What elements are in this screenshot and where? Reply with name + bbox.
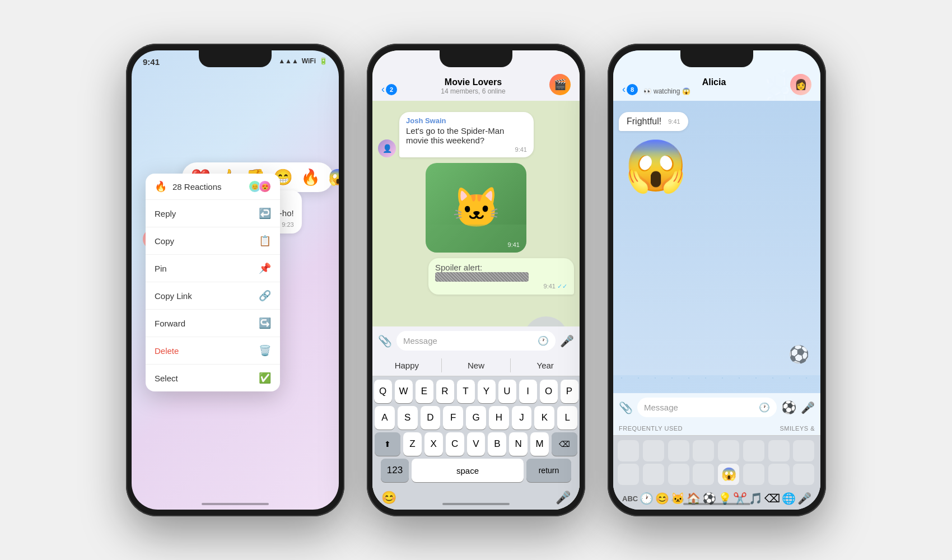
voice-icon-2[interactable]: 🎤: [560, 334, 574, 348]
key-f[interactable]: F: [443, 406, 463, 430]
key-l[interactable]: L: [557, 406, 577, 430]
emoji-scream[interactable]: 😱: [328, 168, 339, 186]
key-b[interactable]: B: [488, 432, 506, 456]
emoji-cell-9[interactable]: [618, 464, 639, 485]
message-input-3[interactable]: Message 🕐: [637, 398, 777, 417]
ctx-reply-icon: ↩️: [259, 207, 271, 220]
key-x[interactable]: X: [424, 432, 443, 456]
emoji-cell-2[interactable]: [643, 440, 664, 461]
suggestion-year[interactable]: Year: [516, 358, 574, 372]
flags-icon[interactable]: 🎵: [749, 492, 763, 505]
inbound-sender-name: Josh Swain: [406, 116, 527, 125]
ctx-select[interactable]: Select ✅: [146, 365, 280, 391]
key-t[interactable]: T: [457, 380, 475, 403]
key-space[interactable]: space: [412, 459, 524, 482]
emoji-cell-16[interactable]: [793, 464, 814, 485]
emoji-cell-11[interactable]: [668, 464, 689, 485]
animals-icon[interactable]: 🐱: [671, 492, 685, 505]
key-u[interactable]: U: [498, 380, 516, 403]
emoji-cell-6[interactable]: [743, 440, 764, 461]
key-o[interactable]: O: [540, 380, 558, 403]
attach-icon-3[interactable]: 📎: [619, 401, 633, 414]
ctx-pin[interactable]: Pin 📌: [146, 255, 280, 282]
user-avatar-3[interactable]: 👩: [790, 74, 811, 95]
microphone-icon-3[interactable]: 🎤: [797, 492, 811, 505]
key-r[interactable]: R: [436, 380, 454, 403]
back-chevron-icon-3: ‹: [622, 83, 626, 95]
emoji-cell-15[interactable]: [768, 464, 790, 485]
key-p[interactable]: P: [561, 380, 578, 403]
key-j[interactable]: J: [512, 406, 532, 430]
voice-icon-3[interactable]: 🎤: [801, 401, 815, 414]
emoji-cell-4[interactable]: [693, 440, 714, 461]
emoji-cell-12[interactable]: [693, 464, 714, 485]
key-c[interactable]: C: [446, 432, 464, 456]
key-m[interactable]: M: [530, 432, 549, 456]
key-k[interactable]: K: [534, 406, 554, 430]
sticker-image: 🐱 9:41: [426, 163, 526, 253]
back-badge-2: 2: [386, 84, 397, 95]
attach-icon-2[interactable]: 📎: [378, 334, 392, 348]
key-g[interactable]: G: [466, 406, 486, 430]
key-s[interactable]: S: [398, 406, 418, 430]
ctx-delete[interactable]: Delete 🗑️: [146, 337, 280, 365]
ball-decoration: ⚽: [788, 344, 809, 364]
emoji-cell-8[interactable]: [793, 440, 814, 461]
chat-area-3[interactable]: Frightful! 9:41 😱 ⚽: [613, 101, 820, 375]
keyboard-row-2: A S D F G H J K L: [375, 406, 577, 430]
key-e[interactable]: E: [416, 380, 433, 403]
ctx-copy[interactable]: Copy 📋: [146, 227, 280, 255]
ctx-copy-label: Copy: [155, 236, 174, 246]
emoji-cell-14[interactable]: [743, 464, 764, 485]
emoji-toggle-icon[interactable]: 😊: [381, 491, 396, 505]
smileys-icon[interactable]: 😊: [655, 492, 669, 505]
emoji-fire[interactable]: 🔥: [301, 168, 320, 186]
emoji-cell-5[interactable]: [718, 440, 739, 461]
back-button-2[interactable]: ‹ 2: [381, 83, 397, 95]
emoji-cell-scream[interactable]: 😱: [718, 464, 739, 485]
suggestion-new[interactable]: New: [447, 358, 505, 372]
abc-key[interactable]: ABC: [622, 494, 638, 503]
globe-icon[interactable]: 🌐: [782, 492, 796, 505]
key-n[interactable]: N: [509, 432, 528, 456]
ctx-forward[interactable]: Forward ↪️: [146, 310, 280, 337]
key-y[interactable]: Y: [478, 380, 496, 403]
emoji-cell-1[interactable]: [618, 440, 639, 461]
emoji-keyboard-3: 📎 Message 🕐 ⚽ 🎤 FREQUENTLY USED SMILEYS …: [613, 393, 820, 510]
key-a[interactable]: A: [375, 406, 395, 430]
key-i[interactable]: I: [519, 380, 537, 403]
key-shift[interactable]: ⬆: [375, 432, 400, 456]
inbound-message-text: Let's go to the Spider-Man movie this we…: [406, 126, 527, 145]
spoiler-hidden-text[interactable]: ███████████████: [435, 272, 529, 282]
key-return[interactable]: return: [526, 459, 571, 482]
reactions-row[interactable]: 🔥 28 Reactions 😊 😍: [146, 174, 280, 200]
phone-3-screen: ‹ 8 Alicia 👀 watching 😱 👩 ❄️ Frightful!: [613, 50, 820, 510]
key-d[interactable]: D: [421, 406, 441, 430]
microphone-icon-2[interactable]: 🎤: [556, 491, 571, 505]
key-numbers[interactable]: 123: [381, 459, 409, 482]
frightful-content: Frightful! 9:41: [627, 116, 680, 127]
key-w[interactable]: W: [395, 380, 413, 403]
message-input-2[interactable]: Message 🕐: [396, 331, 556, 351]
signal-icon: ▲▲▲: [278, 57, 298, 65]
group-avatar-2[interactable]: 🎬: [549, 74, 571, 95]
keyboard-rows: Q W E R T Y U I O P A S D: [372, 376, 580, 488]
ctx-reply[interactable]: Reply ↩️: [146, 200, 280, 227]
emoji-cell-3[interactable]: [668, 440, 689, 461]
key-v[interactable]: V: [467, 432, 486, 456]
delete-emoji-icon[interactable]: ⌫: [764, 492, 780, 505]
keyboard-row-4: 123 space return: [375, 459, 577, 482]
key-delete[interactable]: ⌫: [552, 432, 577, 456]
emoji-cell-7[interactable]: [768, 440, 790, 461]
josh-avatar: 👤: [378, 139, 396, 157]
battery-icon: 🔋: [319, 57, 328, 65]
recent-icon[interactable]: 🕐: [640, 492, 654, 505]
suggestion-happy[interactable]: Happy: [378, 358, 436, 372]
ctx-copylink[interactable]: Copy Link 🔗: [146, 282, 280, 310]
key-h[interactable]: H: [489, 406, 509, 430]
key-z[interactable]: Z: [403, 432, 422, 456]
home-indicator-2: [442, 503, 510, 505]
emoji-cell-10[interactable]: [643, 464, 664, 485]
key-q[interactable]: Q: [374, 380, 392, 403]
back-button-3[interactable]: ‹ 8: [622, 83, 638, 95]
